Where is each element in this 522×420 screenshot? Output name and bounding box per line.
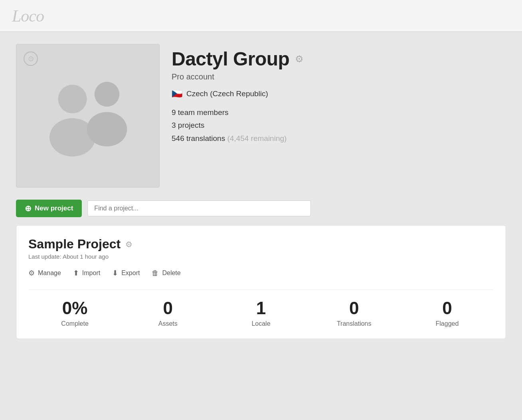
profile-section: ⊙ Dactyl Group ⚙ Pro account 🇨🇿 Czech (C…: [16, 44, 506, 188]
svg-point-0: [58, 85, 87, 113]
stat-label: Locale: [214, 320, 307, 327]
svg-point-2: [95, 82, 119, 107]
import-icon: ⬆: [73, 269, 79, 277]
stat-item: 0% Complete: [28, 299, 121, 327]
translations-count: 546 translations: [172, 134, 225, 143]
avatar: ⊙: [16, 44, 160, 188]
stat-value: 0%: [28, 299, 121, 317]
import-label: Import: [82, 269, 100, 277]
projects-stat: 3 projects: [172, 119, 304, 132]
stat-value: 0: [121, 299, 214, 317]
flag-icon: 🇨🇿: [172, 89, 182, 99]
profile-stats: 9 team members 3 projects 546 translatio…: [172, 106, 304, 145]
export-icon: ⬇: [112, 269, 118, 277]
camera-icon: ⊙: [24, 52, 38, 66]
search-input[interactable]: [87, 200, 311, 216]
header: Loco: [0, 0, 522, 32]
stat-item: 1 Locale: [214, 299, 307, 327]
new-project-button[interactable]: ⊕ New project: [16, 200, 82, 217]
group-silhouette-icon: [40, 68, 136, 164]
project-settings-icon[interactable]: ⚙: [125, 240, 132, 249]
stat-item: 0 Translations: [308, 299, 401, 327]
delete-button[interactable]: 🗑 Delete: [152, 269, 180, 277]
profile-locale: 🇨🇿 Czech (Czech Republic): [172, 89, 304, 99]
profile-settings-icon[interactable]: ⚙: [295, 53, 304, 65]
locale-name: Czech (Czech Republic): [186, 89, 268, 98]
team-members-stat: 9 team members: [172, 106, 304, 119]
delete-label: Delete: [162, 269, 180, 277]
export-button[interactable]: ⬇ Export: [112, 269, 140, 277]
translations-remaining: (4,454 remaining): [227, 134, 287, 143]
stat-item: 0 Assets: [121, 299, 214, 327]
toolbar: ⊕ New project: [16, 200, 506, 217]
project-last-update: Last update: About 1 hour ago: [28, 253, 494, 260]
main-content: ⊙ Dactyl Group ⚙ Pro account 🇨🇿 Czech (C…: [0, 32, 522, 351]
manage-icon: ⚙: [28, 269, 35, 277]
logo: Loco: [12, 6, 44, 26]
stats-row: 0% Complete 0 Assets 1 Locale 0 Translat…: [28, 289, 494, 327]
stat-label: Complete: [28, 320, 121, 327]
project-name: Sample Project: [28, 237, 121, 252]
translations-stat: 546 translations (4,454 remaining): [172, 132, 304, 145]
stat-label: Assets: [121, 320, 214, 327]
delete-icon: 🗑: [152, 269, 159, 277]
profile-name: Dactyl Group: [172, 48, 289, 70]
project-actions: ⚙ Manage ⬆ Import ⬇ Export 🗑 Delete: [28, 269, 494, 277]
import-button[interactable]: ⬆ Import: [73, 269, 100, 277]
stat-label: Flagged: [401, 320, 494, 327]
stat-item: 0 Flagged: [401, 299, 494, 327]
project-name-row: Sample Project ⚙: [28, 237, 494, 252]
stat-label: Translations: [308, 320, 401, 327]
manage-label: Manage: [38, 269, 61, 277]
project-card: Sample Project ⚙ Last update: About 1 ho…: [16, 225, 506, 339]
stat-value: 0: [308, 299, 401, 317]
svg-point-3: [87, 112, 127, 146]
plus-icon: ⊕: [25, 204, 32, 213]
manage-button[interactable]: ⚙ Manage: [28, 269, 61, 277]
stat-value: 1: [214, 299, 307, 317]
new-project-label: New project: [35, 204, 73, 212]
account-type: Pro account: [172, 72, 304, 81]
stat-value: 0: [401, 299, 494, 317]
profile-info: Dactyl Group ⚙ Pro account 🇨🇿 Czech (Cze…: [172, 44, 304, 145]
export-label: Export: [121, 269, 140, 277]
profile-name-row: Dactyl Group ⚙: [172, 48, 304, 70]
